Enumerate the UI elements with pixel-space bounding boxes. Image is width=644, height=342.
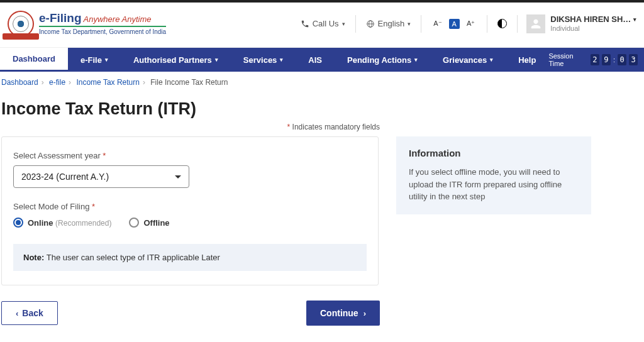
font-default-button[interactable]: A (449, 19, 460, 29)
brand-tagline: Anywhere Anytime (84, 14, 152, 24)
call-us-dropdown[interactable]: Call Us▾ (291, 14, 355, 34)
nav-ais[interactable]: AIS (296, 48, 335, 72)
nav-dashboard[interactable]: Dashboard (0, 48, 68, 72)
note-box: Note: The user can select type of ITR ap… (13, 244, 367, 271)
font-decrease-button[interactable]: A⁻ (431, 18, 443, 29)
mandatory-note: * Indicates mandatory fields (0, 123, 644, 136)
phone-icon (301, 19, 309, 28)
breadcrumb-current: File Income Tax Return (150, 78, 228, 87)
breadcrumb-itr[interactable]: Income Tax Return (76, 78, 140, 87)
continue-button[interactable]: Continue › (306, 301, 380, 326)
nav-grievances[interactable]: Grievances▾ (430, 48, 506, 72)
info-text: If you select offline mode, you will nee… (409, 166, 579, 203)
language-dropdown[interactable]: English▾ (356, 14, 421, 34)
itr-form-card: Select Assessment year * 2023-24 (Curren… (1, 136, 379, 285)
user-name-label: DIKSHA HIREN SH… ▾ (550, 14, 636, 25)
mode-of-filing-label: Select Mode of Filing * (13, 202, 367, 211)
page-title: Income Tax Return (ITR) (0, 93, 644, 123)
assessment-year-label: Select Assessment year * (13, 151, 367, 160)
mode-offline-radio[interactable]: Offline (129, 218, 169, 228)
emblem-icon (8, 11, 34, 37)
nav-authorised-partners[interactable]: Authorised Partners▾ (121, 48, 231, 72)
header-bar: e-FilingAnywhere Anytime Income Tax Depa… (0, 3, 644, 48)
mode-online-radio[interactable]: Online (Recommended) (13, 218, 111, 228)
brand-title: e-FilingAnywhere Anytime (39, 12, 166, 25)
nav-services[interactable]: Services▾ (231, 48, 296, 72)
chevron-left-icon: ‹ (16, 309, 18, 318)
header-tools: Call Us▾ English▾ A⁻ A A⁺ DIKSHA HIREN S… (291, 14, 636, 34)
main-nav: Dashboard e-File▾ Authorised Partners▾ S… (0, 48, 644, 72)
session-timer: Session Time 29 : 03 (548, 52, 644, 67)
font-size-controls: A⁻ A A⁺ (421, 18, 487, 29)
globe-icon (366, 19, 375, 28)
radio-unchecked-icon (129, 218, 139, 228)
nav-efile[interactable]: e-File▾ (68, 48, 121, 72)
nav-pending-actions[interactable]: Pending Actions▾ (335, 48, 430, 72)
assessment-year-value: 2023-24 (Current A.Y.) (21, 172, 109, 182)
information-panel: Information If you select offline mode, … (396, 136, 591, 214)
logo-block[interactable]: e-FilingAnywhere Anytime Income Tax Depa… (8, 11, 166, 37)
font-increase-button[interactable]: A⁺ (465, 18, 477, 29)
info-title: Information (409, 148, 579, 158)
brand-subtitle: Income Tax Department, Government of Ind… (39, 26, 166, 35)
nav-help[interactable]: Help (506, 48, 548, 72)
chevron-down-icon (175, 175, 181, 179)
back-button[interactable]: ‹ Back (1, 301, 58, 325)
avatar-icon (526, 14, 545, 33)
breadcrumb: Dashboard› e-file› Income Tax Return› Fi… (0, 72, 644, 93)
chevron-right-icon: › (364, 309, 366, 318)
radio-checked-icon (13, 218, 23, 228)
breadcrumb-dashboard[interactable]: Dashboard (1, 78, 38, 87)
user-menu[interactable]: DIKSHA HIREN SH… ▾ Individual (518, 14, 636, 33)
user-type-label: Individual (550, 25, 636, 33)
contrast-toggle-icon[interactable] (497, 19, 507, 28)
breadcrumb-efile[interactable]: e-file (49, 78, 65, 87)
assessment-year-select[interactable]: 2023-24 (Current A.Y.) (13, 165, 189, 188)
